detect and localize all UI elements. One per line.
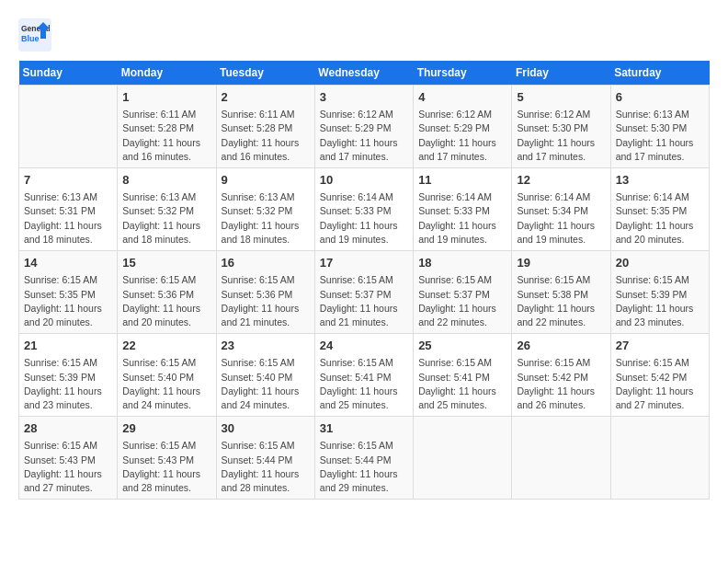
calendar-table: SundayMondayTuesdayWednesdayThursdayFrid… [18, 61, 710, 500]
calendar-cell: 30Sunrise: 6:15 AM Sunset: 5:44 PM Dayli… [216, 417, 314, 500]
day-number: 9 [222, 172, 310, 189]
day-number: 6 [616, 89, 704, 106]
day-number: 10 [320, 172, 408, 189]
day-number: 12 [517, 172, 605, 189]
day-number: 4 [418, 89, 506, 106]
calendar-cell: 12Sunrise: 6:14 AM Sunset: 5:34 PM Dayli… [512, 168, 610, 251]
calendar-cell: 15Sunrise: 6:15 AM Sunset: 5:36 PM Dayli… [118, 251, 216, 334]
calendar-cell: 11Sunrise: 6:14 AM Sunset: 5:33 PM Dayli… [414, 168, 512, 251]
cell-info: Sunrise: 6:15 AM Sunset: 5:41 PM Dayligh… [320, 356, 408, 412]
cell-info: Sunrise: 6:12 AM Sunset: 5:30 PM Dayligh… [517, 108, 605, 164]
calendar-cell: 18Sunrise: 6:15 AM Sunset: 5:37 PM Dayli… [414, 251, 512, 334]
weekday-header: Tuesday [216, 61, 314, 86]
day-number: 29 [122, 420, 210, 437]
svg-text:Blue: Blue [21, 34, 40, 43]
day-number: 19 [517, 255, 605, 271]
weekday-header: Saturday [610, 61, 709, 86]
calendar-cell: 17Sunrise: 6:15 AM Sunset: 5:37 PM Dayli… [314, 251, 413, 334]
calendar-week-row: 28Sunrise: 6:15 AM Sunset: 5:43 PM Dayli… [19, 417, 710, 500]
calendar-cell [414, 417, 512, 500]
calendar-cell: 4Sunrise: 6:12 AM Sunset: 5:29 PM Daylig… [414, 86, 512, 168]
day-number: 5 [517, 89, 605, 106]
calendar-week-row: 1Sunrise: 6:11 AM Sunset: 5:28 PM Daylig… [19, 86, 710, 168]
logo: General Blue [18, 18, 51, 52]
cell-info: Sunrise: 6:12 AM Sunset: 5:29 PM Dayligh… [320, 108, 408, 164]
day-number: 22 [122, 338, 210, 354]
day-number: 13 [616, 172, 704, 189]
day-number: 2 [222, 89, 310, 106]
calendar-week-row: 21Sunrise: 6:15 AM Sunset: 5:39 PM Dayli… [19, 334, 710, 417]
day-number: 30 [222, 420, 310, 437]
cell-info: Sunrise: 6:11 AM Sunset: 5:28 PM Dayligh… [122, 108, 210, 164]
cell-info: Sunrise: 6:15 AM Sunset: 5:39 PM Dayligh… [24, 356, 112, 412]
day-number: 1 [122, 89, 210, 106]
day-number: 17 [320, 255, 408, 271]
calendar-cell: 8Sunrise: 6:13 AM Sunset: 5:32 PM Daylig… [118, 168, 216, 251]
day-number: 18 [418, 255, 506, 271]
cell-info: Sunrise: 6:13 AM Sunset: 5:30 PM Dayligh… [616, 108, 704, 164]
day-number: 16 [222, 255, 310, 271]
calendar-cell [610, 417, 709, 500]
day-number: 23 [222, 338, 310, 354]
calendar-cell: 26Sunrise: 6:15 AM Sunset: 5:42 PM Dayli… [512, 334, 610, 417]
weekday-header: Sunday [19, 61, 118, 86]
calendar-cell: 21Sunrise: 6:15 AM Sunset: 5:39 PM Dayli… [19, 334, 118, 417]
calendar-cell: 23Sunrise: 6:15 AM Sunset: 5:40 PM Dayli… [216, 334, 314, 417]
cell-info: Sunrise: 6:11 AM Sunset: 5:28 PM Dayligh… [222, 108, 310, 164]
cell-info: Sunrise: 6:15 AM Sunset: 5:37 PM Dayligh… [418, 273, 506, 329]
calendar-cell: 29Sunrise: 6:15 AM Sunset: 5:43 PM Dayli… [118, 417, 216, 500]
calendar-cell: 28Sunrise: 6:15 AM Sunset: 5:43 PM Dayli… [19, 417, 118, 500]
calendar-cell: 25Sunrise: 6:15 AM Sunset: 5:41 PM Dayli… [414, 334, 512, 417]
header-row: SundayMondayTuesdayWednesdayThursdayFrid… [19, 61, 710, 86]
day-number: 24 [320, 338, 408, 354]
calendar-cell: 13Sunrise: 6:14 AM Sunset: 5:35 PM Dayli… [610, 168, 709, 251]
cell-info: Sunrise: 6:14 AM Sunset: 5:34 PM Dayligh… [517, 190, 605, 247]
calendar-cell: 1Sunrise: 6:11 AM Sunset: 5:28 PM Daylig… [118, 86, 216, 168]
calendar-week-row: 14Sunrise: 6:15 AM Sunset: 5:35 PM Dayli… [19, 251, 710, 334]
cell-info: Sunrise: 6:13 AM Sunset: 5:31 PM Dayligh… [24, 190, 112, 247]
cell-info: Sunrise: 6:15 AM Sunset: 5:42 PM Dayligh… [616, 356, 704, 412]
day-number: 28 [24, 420, 112, 437]
cell-info: Sunrise: 6:15 AM Sunset: 5:36 PM Dayligh… [122, 273, 210, 329]
cell-info: Sunrise: 6:15 AM Sunset: 5:41 PM Dayligh… [418, 356, 506, 412]
calendar-cell: 3Sunrise: 6:12 AM Sunset: 5:29 PM Daylig… [314, 86, 413, 168]
cell-info: Sunrise: 6:14 AM Sunset: 5:33 PM Dayligh… [418, 190, 506, 247]
weekday-header: Wednesday [314, 61, 413, 86]
page-header: General Blue [18, 18, 710, 52]
calendar-cell: 16Sunrise: 6:15 AM Sunset: 5:36 PM Dayli… [216, 251, 314, 334]
calendar-cell [19, 86, 118, 168]
calendar-cell: 19Sunrise: 6:15 AM Sunset: 5:38 PM Dayli… [512, 251, 610, 334]
calendar-cell: 5Sunrise: 6:12 AM Sunset: 5:30 PM Daylig… [512, 86, 610, 168]
calendar-cell: 27Sunrise: 6:15 AM Sunset: 5:42 PM Dayli… [610, 334, 709, 417]
day-number: 3 [320, 89, 408, 106]
weekday-header: Thursday [414, 61, 512, 86]
day-number: 15 [122, 255, 210, 271]
calendar-cell: 9Sunrise: 6:13 AM Sunset: 5:32 PM Daylig… [216, 168, 314, 251]
calendar-cell: 14Sunrise: 6:15 AM Sunset: 5:35 PM Dayli… [19, 251, 118, 334]
cell-info: Sunrise: 6:15 AM Sunset: 5:43 PM Dayligh… [122, 439, 210, 495]
cell-info: Sunrise: 6:15 AM Sunset: 5:40 PM Dayligh… [222, 356, 310, 412]
logo-svg: General Blue [18, 18, 51, 52]
calendar-cell [512, 417, 610, 500]
cell-info: Sunrise: 6:13 AM Sunset: 5:32 PM Dayligh… [122, 190, 210, 247]
cell-info: Sunrise: 6:12 AM Sunset: 5:29 PM Dayligh… [418, 108, 506, 164]
day-number: 21 [24, 338, 112, 354]
weekday-header: Monday [118, 61, 216, 86]
cell-info: Sunrise: 6:15 AM Sunset: 5:38 PM Dayligh… [517, 273, 605, 329]
day-number: 31 [320, 420, 408, 437]
cell-info: Sunrise: 6:14 AM Sunset: 5:35 PM Dayligh… [616, 190, 704, 247]
day-number: 26 [517, 338, 605, 354]
cell-info: Sunrise: 6:15 AM Sunset: 5:42 PM Dayligh… [517, 356, 605, 412]
cell-info: Sunrise: 6:15 AM Sunset: 5:40 PM Dayligh… [122, 356, 210, 412]
day-number: 8 [122, 172, 210, 189]
calendar-cell: 2Sunrise: 6:11 AM Sunset: 5:28 PM Daylig… [216, 86, 314, 168]
day-number: 20 [616, 255, 704, 271]
cell-info: Sunrise: 6:15 AM Sunset: 5:44 PM Dayligh… [222, 439, 310, 495]
cell-info: Sunrise: 6:15 AM Sunset: 5:39 PM Dayligh… [616, 273, 704, 329]
calendar-week-row: 7Sunrise: 6:13 AM Sunset: 5:31 PM Daylig… [19, 168, 710, 251]
calendar-cell: 7Sunrise: 6:13 AM Sunset: 5:31 PM Daylig… [19, 168, 118, 251]
calendar-cell: 20Sunrise: 6:15 AM Sunset: 5:39 PM Dayli… [610, 251, 709, 334]
day-number: 14 [24, 255, 112, 271]
day-number: 25 [418, 338, 506, 354]
cell-info: Sunrise: 6:15 AM Sunset: 5:37 PM Dayligh… [320, 273, 408, 329]
